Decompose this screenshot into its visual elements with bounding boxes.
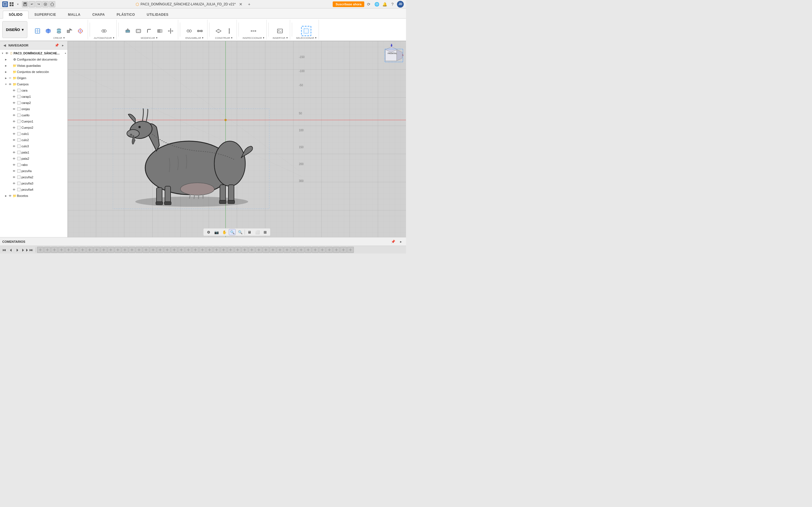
modificar-chevron[interactable]: ▾	[156, 37, 157, 39]
anim-mark-6[interactable]	[79, 247, 86, 253]
anim-mark-43[interactable]	[340, 247, 347, 253]
viewport-grid-btn[interactable]: ⚙	[205, 229, 212, 235]
select-box-btn[interactable]	[301, 26, 311, 36]
anim-mark-20[interactable]	[178, 247, 185, 253]
tree-eye-Cuerpo1[interactable]: 👁	[12, 119, 16, 124]
anim-mark-35[interactable]	[284, 247, 290, 253]
anim-mark-42[interactable]	[333, 247, 340, 253]
globe-icon[interactable]: 🌐	[373, 1, 380, 8]
tree-eye-pezuña2[interactable]: 👁	[12, 175, 16, 179]
nav-back-btn[interactable]: ◀	[2, 43, 7, 48]
tree-item-vistas[interactable]: ▶ 📁 Vistas guardadas	[0, 62, 67, 69]
tree-eye-pezuña3[interactable]: 👁	[12, 181, 16, 186]
tree-item-bocetos[interactable]: ▶ 👁 📁 Bocetos	[0, 193, 67, 199]
tree-item-culo1[interactable]: 👁 culo1	[0, 131, 67, 137]
viewport-display-btn[interactable]: 🖥	[246, 229, 253, 235]
tree-eye-culo1[interactable]: 👁	[12, 131, 16, 136]
insertar-chevron[interactable]: ▾	[287, 37, 288, 39]
ensamblar-chevron[interactable]: ▾	[202, 37, 203, 39]
tree-eye-pezuña[interactable]: 👁	[12, 169, 16, 173]
anim-last-btn[interactable]: ⏭	[28, 247, 35, 253]
tab-plastico[interactable]: PLÁSTICO	[111, 11, 141, 18]
tree-item-pezuña[interactable]: 👁 pezuña	[0, 168, 67, 174]
anim-mark-2[interactable]	[51, 247, 58, 253]
undo-btn[interactable]: ↩	[29, 1, 35, 7]
anim-mark-3[interactable]	[58, 247, 65, 253]
tree-eye-culo3[interactable]: 👁	[12, 144, 16, 149]
tree-expand-vistas[interactable]: ▶	[4, 64, 8, 68]
motion-link-btn[interactable]	[195, 26, 205, 36]
automatizar-chevron[interactable]: ▾	[113, 37, 114, 39]
anim-mark-9[interactable]	[100, 247, 107, 253]
tree-item-rabo[interactable]: 👁 rabo	[0, 162, 67, 168]
anim-first-btn[interactable]: ⏮	[1, 247, 7, 253]
tree-eye-root[interactable]: 👁	[4, 51, 9, 55]
anim-mark-30[interactable]	[248, 247, 255, 253]
tree-item-pezuña3[interactable]: 👁 pezuña3	[0, 180, 67, 186]
help-icon[interactable]: ?	[389, 1, 396, 8]
anim-mark-41[interactable]	[326, 247, 333, 253]
tree-item-cuello[interactable]: 👁 cuello	[0, 112, 67, 118]
box-btn[interactable]	[43, 26, 53, 36]
anim-mark-40[interactable]	[319, 247, 326, 253]
tree-item-root[interactable]: ▼ 👁 🗋 PAC3_DOMÍNGUEZ_SÁNCHE... ●	[0, 50, 67, 56]
construct-axis-btn[interactable]	[224, 26, 234, 36]
tree-item-cuerpos[interactable]: ▼ 👁 📁 Cuerpos	[0, 81, 67, 87]
construir-chevron[interactable]: ▾	[231, 37, 232, 39]
tree-item-pata1[interactable]: 👁 pata1	[0, 149, 67, 156]
anim-mark-34[interactable]	[276, 247, 283, 253]
tree-item-pata2[interactable]: 👁 pata2	[0, 156, 67, 162]
fillet-btn[interactable]	[144, 26, 154, 36]
new-sketch-btn[interactable]	[33, 26, 43, 36]
tree-eye-pezuña4[interactable]: 👁	[12, 187, 16, 192]
tree-eye-bocetos[interactable]: 👁	[8, 193, 12, 198]
tree-item-pezuña4[interactable]: 👁 pezuña4	[0, 186, 67, 193]
menu-dropdown-icon[interactable]: ▾	[15, 2, 20, 7]
anim-mark-32[interactable]	[262, 247, 269, 253]
inspeccionar-chevron[interactable]: ▾	[263, 37, 264, 39]
nav-more-btn[interactable]: ▸	[61, 43, 65, 48]
tree-eye-rabo[interactable]: 👁	[12, 163, 16, 167]
seleccionar-chevron[interactable]: ▾	[315, 37, 316, 39]
anim-mark-24[interactable]	[206, 247, 213, 253]
nav-pin-btn[interactable]: 📌	[54, 43, 59, 48]
tree-eye-orejas[interactable]: 👁	[12, 107, 16, 111]
anim-mark-29[interactable]	[241, 247, 248, 253]
tree-eye-cara[interactable]: 👁	[12, 88, 16, 93]
grid-icon[interactable]	[9, 2, 14, 7]
construct-plane-btn[interactable]	[213, 26, 223, 36]
notification-icon[interactable]: 🔔	[381, 1, 388, 8]
anim-mark-44[interactable]	[347, 247, 354, 253]
push-pull-btn[interactable]	[123, 26, 133, 36]
anim-mark-27[interactable]	[227, 247, 234, 253]
anim-mark-36[interactable]	[291, 247, 297, 253]
anim-mark-28[interactable]	[234, 247, 241, 253]
anim-mark-23[interactable]	[199, 247, 206, 253]
viewport-zoom-more-btn[interactable]: 🔍	[237, 229, 244, 235]
save-btn[interactable]	[22, 1, 28, 7]
goat-model[interactable]	[113, 92, 271, 210]
tab-utilidades[interactable]: UTILIDADES	[141, 11, 174, 18]
anim-mark-13[interactable]	[129, 247, 135, 253]
measure-btn[interactable]	[248, 26, 259, 36]
tree-eye-carap1[interactable]: 👁	[12, 94, 16, 99]
viewport-layout-btn[interactable]: ⊞	[262, 229, 269, 235]
anim-mark-38[interactable]	[305, 247, 312, 253]
joint-btn[interactable]	[184, 26, 194, 36]
cylinder-btn[interactable]	[54, 26, 64, 36]
tree-item-culo2[interactable]: 👁 culo2	[0, 137, 67, 143]
anim-mark-10[interactable]	[107, 247, 114, 253]
viewport-hand-btn[interactable]: ✋	[221, 229, 228, 235]
tree-item-Cuerpo1[interactable]: 👁 Cuerpo1	[0, 118, 67, 124]
move-btn[interactable]	[165, 26, 175, 36]
tree-item-origen[interactable]: ▶ 👁 📁 Origen	[0, 75, 67, 81]
tree-expand-bocetos[interactable]: ▶	[4, 194, 8, 198]
tree-item-culo3[interactable]: 👁 culo3	[0, 143, 67, 149]
anim-mark-0[interactable]	[37, 247, 44, 253]
tree-expand-conjuntos[interactable]: ▶	[4, 70, 8, 74]
anim-mark-11[interactable]	[114, 247, 121, 253]
tree-eye-culo2[interactable]: 👁	[12, 138, 16, 142]
viewport[interactable]: -150 -100 -50 50 100 150 200 300	[68, 41, 406, 237]
anim-mark-25[interactable]	[213, 247, 220, 253]
tab-solido[interactable]: SÓLIDO	[3, 11, 29, 18]
